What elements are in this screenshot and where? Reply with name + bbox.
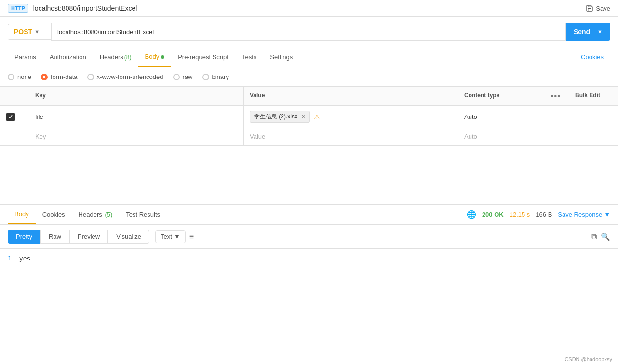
send-button[interactable]: Send ▼ [566,23,610,41]
tab-params[interactable]: Params [8,48,43,66]
row-more-cell [545,106,569,128]
empty-bulk-cell [569,128,618,145]
file-name: 学生信息 (2).xlsx [254,113,297,121]
row-checkbox[interactable] [6,113,15,121]
row-bulk-cell [569,106,618,128]
empty-key-cell[interactable]: Key [29,128,244,145]
radio-form-data[interactable]: form-data [41,73,78,80]
remove-file-icon[interactable]: ✕ [301,114,306,120]
more-options-icon[interactable]: ••• [551,92,561,100]
save-button[interactable]: Save [586,4,610,12]
body-dot [161,55,164,59]
tab-settings[interactable]: Settings [263,48,299,66]
response-tabs: Body Cookies Headers (5) Test Results 🌐 … [0,205,618,225]
empty-value-cell[interactable]: Value [244,128,458,145]
copy-icon[interactable]: ⧉ [591,233,597,241]
tab-body[interactable]: Body [138,47,172,67]
top-url: localhost:8080/importStudentExcel [33,4,581,12]
method-chevron-icon: ▼ [34,29,40,35]
format-tab-preview[interactable]: Preview [69,230,108,244]
radio-urlencoded[interactable]: x-www-form-urlencoded [87,73,163,80]
response-size: 166 B [536,211,552,218]
globe-icon[interactable]: 🌐 [467,210,476,219]
radio-binary-circle [202,74,209,80]
text-chevron-icon: ▼ [174,233,180,240]
row-key-cell: file [29,106,244,128]
line-number: 1 [8,255,12,262]
table-header: Key Value Content type ••• Bulk Edit [0,87,618,106]
row-content-type-cell: Auto [458,106,545,128]
radio-urlencoded-circle [87,74,94,80]
send-chevron-icon: ▼ [593,29,603,35]
save-response-button[interactable]: Save Response ▼ [558,211,610,218]
text-format-dropdown[interactable]: Text ▼ [155,230,186,243]
status-code: 200 OK [482,211,504,218]
top-bar: HTTP localhost:8080/importStudentExcel S… [0,0,618,17]
format-tab-raw[interactable]: Raw [40,230,69,244]
col-value: Value [244,87,458,105]
empty-key-placeholder: Key [35,133,46,140]
footer-text: CSDN @hadoopxsy [564,356,612,362]
format-tab-visualize[interactable]: Visualize [108,230,149,244]
row-content-type: Auto [464,113,477,120]
body-options: none form-data x-www-form-urlencoded raw… [0,67,618,87]
empty-content-type: Auto [464,133,477,140]
row-checkbox-cell[interactable] [0,106,29,128]
response-status-bar: 🌐 200 OK 12.15 s 166 B Save Response ▼ [467,210,610,219]
search-icon[interactable]: 🔍 [601,232,610,241]
row-value-cell: 学生信息 (2).xlsx ✕ ⚠ [244,106,458,128]
radio-binary[interactable]: binary [202,73,229,80]
method-dropdown[interactable]: POST ▼ [8,24,51,40]
radio-form-data-circle [41,74,48,80]
url-input[interactable] [51,23,566,41]
send-label: Send [574,28,590,36]
response-code-area: 1 yes [0,249,618,268]
form-data-table: Key Value Content type ••• Bulk Edit fil… [0,87,618,146]
file-tag: 学生信息 (2).xlsx ✕ [250,111,310,123]
col-more: ••• [545,87,569,105]
warning-icon: ⚠ [314,113,320,121]
col-checkbox [0,87,29,105]
response-tab-body[interactable]: Body [8,205,36,224]
format-bar: Pretty Raw Preview Visualize Text ▼ ≡ ⧉ … [0,225,618,249]
radio-raw-circle [173,74,180,80]
empty-checkbox-cell [0,128,29,145]
method-label: POST [14,28,32,36]
radio-raw[interactable]: raw [173,73,193,80]
response-tab-test-results[interactable]: Test Results [119,205,167,224]
radio-none[interactable]: none [8,73,31,80]
tab-authorization[interactable]: Authorization [43,48,93,66]
format-tabs: Pretty Raw Preview Visualize [8,230,149,244]
table-row-empty: Key Value Auto [0,128,618,145]
radio-none-circle [8,74,14,80]
request-bar: POST ▼ Send ▼ [0,17,618,47]
wrap-icon[interactable]: ≡ [189,233,194,241]
empty-more-cell [545,128,569,145]
col-key: Key [29,87,244,105]
row-key: file [35,113,43,120]
save-response-chevron-icon: ▼ [604,211,610,218]
table-row: file 学生信息 (2).xlsx ✕ ⚠ Auto [0,106,618,128]
format-tab-pretty[interactable]: Pretty [8,230,40,244]
response-tab-headers[interactable]: Headers (5) [72,205,120,224]
response-section: Body Cookies Headers (5) Test Results 🌐 … [0,204,618,268]
tab-cookies[interactable]: Cookies [574,48,610,66]
col-content-type: Content type [458,87,545,105]
http-badge: HTTP [8,4,28,13]
empty-value-placeholder: Value [250,133,265,140]
tab-tests[interactable]: Tests [235,48,263,66]
empty-content-type-cell: Auto [458,128,545,145]
request-tabs: Params Authorization Headers(8) Body Pre… [0,47,618,67]
tab-pre-request[interactable]: Pre-request Script [171,48,235,66]
tab-headers[interactable]: Headers(8) [93,48,138,66]
response-body: yes [19,255,30,262]
save-label: Save [596,5,610,12]
response-time: 12.15 s [510,211,530,218]
col-bulk-edit[interactable]: Bulk Edit [569,87,618,105]
response-tab-cookies[interactable]: Cookies [36,205,72,224]
save-icon [586,4,593,12]
page-footer: CSDN @hadoopxsy [559,354,618,364]
